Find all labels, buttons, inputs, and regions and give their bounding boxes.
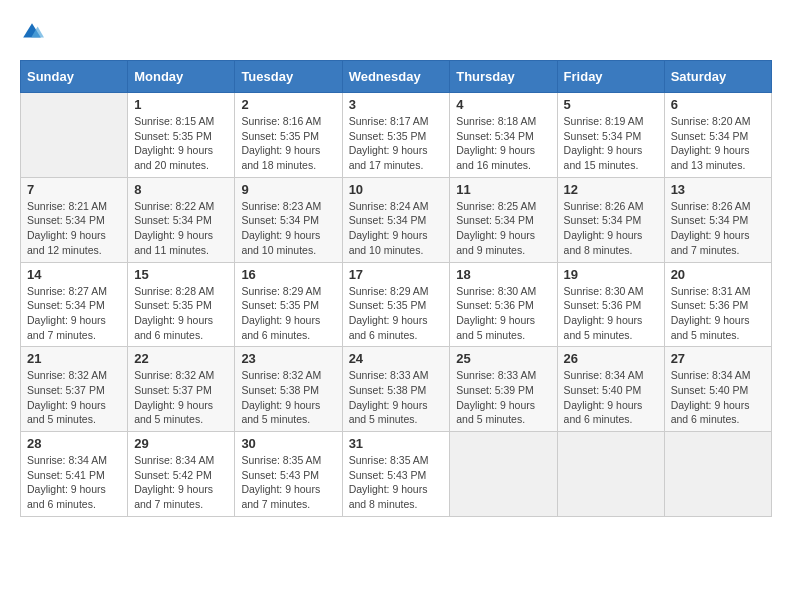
header-thursday: Thursday	[450, 61, 557, 93]
day-info: Sunrise: 8:26 AMSunset: 5:34 PMDaylight:…	[564, 199, 658, 258]
calendar-cell: 9Sunrise: 8:23 AMSunset: 5:34 PMDaylight…	[235, 177, 342, 262]
calendar-cell: 29Sunrise: 8:34 AMSunset: 5:42 PMDayligh…	[128, 432, 235, 517]
day-info: Sunrise: 8:29 AMSunset: 5:35 PMDaylight:…	[241, 284, 335, 343]
day-info: Sunrise: 8:34 AMSunset: 5:40 PMDaylight:…	[671, 368, 765, 427]
calendar-cell: 8Sunrise: 8:22 AMSunset: 5:34 PMDaylight…	[128, 177, 235, 262]
day-number: 9	[241, 182, 335, 197]
calendar-cell: 17Sunrise: 8:29 AMSunset: 5:35 PMDayligh…	[342, 262, 450, 347]
header-wednesday: Wednesday	[342, 61, 450, 93]
calendar-cell: 27Sunrise: 8:34 AMSunset: 5:40 PMDayligh…	[664, 347, 771, 432]
day-info: Sunrise: 8:34 AMSunset: 5:41 PMDaylight:…	[27, 453, 121, 512]
day-number: 25	[456, 351, 550, 366]
calendar-cell: 14Sunrise: 8:27 AMSunset: 5:34 PMDayligh…	[21, 262, 128, 347]
day-number: 22	[134, 351, 228, 366]
day-number: 1	[134, 97, 228, 112]
day-info: Sunrise: 8:20 AMSunset: 5:34 PMDaylight:…	[671, 114, 765, 173]
day-number: 7	[27, 182, 121, 197]
calendar-cell: 11Sunrise: 8:25 AMSunset: 5:34 PMDayligh…	[450, 177, 557, 262]
calendar-cell: 18Sunrise: 8:30 AMSunset: 5:36 PMDayligh…	[450, 262, 557, 347]
day-number: 21	[27, 351, 121, 366]
day-number: 12	[564, 182, 658, 197]
day-number: 20	[671, 267, 765, 282]
calendar-table: SundayMondayTuesdayWednesdayThursdayFrid…	[20, 60, 772, 517]
day-info: Sunrise: 8:30 AMSunset: 5:36 PMDaylight:…	[564, 284, 658, 343]
calendar-cell: 7Sunrise: 8:21 AMSunset: 5:34 PMDaylight…	[21, 177, 128, 262]
calendar-cell: 5Sunrise: 8:19 AMSunset: 5:34 PMDaylight…	[557, 93, 664, 178]
day-number: 5	[564, 97, 658, 112]
day-number: 23	[241, 351, 335, 366]
day-info: Sunrise: 8:32 AMSunset: 5:38 PMDaylight:…	[241, 368, 335, 427]
calendar-cell: 1Sunrise: 8:15 AMSunset: 5:35 PMDaylight…	[128, 93, 235, 178]
calendar-cell: 25Sunrise: 8:33 AMSunset: 5:39 PMDayligh…	[450, 347, 557, 432]
calendar-cell: 26Sunrise: 8:34 AMSunset: 5:40 PMDayligh…	[557, 347, 664, 432]
calendar-cell: 13Sunrise: 8:26 AMSunset: 5:34 PMDayligh…	[664, 177, 771, 262]
day-info: Sunrise: 8:31 AMSunset: 5:36 PMDaylight:…	[671, 284, 765, 343]
day-number: 17	[349, 267, 444, 282]
header-monday: Monday	[128, 61, 235, 93]
calendar-cell: 2Sunrise: 8:16 AMSunset: 5:35 PMDaylight…	[235, 93, 342, 178]
day-info: Sunrise: 8:33 AMSunset: 5:39 PMDaylight:…	[456, 368, 550, 427]
calendar-cell: 23Sunrise: 8:32 AMSunset: 5:38 PMDayligh…	[235, 347, 342, 432]
week-row-4: 28Sunrise: 8:34 AMSunset: 5:41 PMDayligh…	[21, 432, 772, 517]
week-row-3: 21Sunrise: 8:32 AMSunset: 5:37 PMDayligh…	[21, 347, 772, 432]
calendar-cell: 15Sunrise: 8:28 AMSunset: 5:35 PMDayligh…	[128, 262, 235, 347]
day-number: 27	[671, 351, 765, 366]
calendar-cell: 21Sunrise: 8:32 AMSunset: 5:37 PMDayligh…	[21, 347, 128, 432]
calendar-cell: 22Sunrise: 8:32 AMSunset: 5:37 PMDayligh…	[128, 347, 235, 432]
header-sunday: Sunday	[21, 61, 128, 93]
day-number: 18	[456, 267, 550, 282]
calendar-cell: 20Sunrise: 8:31 AMSunset: 5:36 PMDayligh…	[664, 262, 771, 347]
calendar-cell: 24Sunrise: 8:33 AMSunset: 5:38 PMDayligh…	[342, 347, 450, 432]
day-info: Sunrise: 8:26 AMSunset: 5:34 PMDaylight:…	[671, 199, 765, 258]
day-number: 10	[349, 182, 444, 197]
day-info: Sunrise: 8:27 AMSunset: 5:34 PMDaylight:…	[27, 284, 121, 343]
day-info: Sunrise: 8:34 AMSunset: 5:40 PMDaylight:…	[564, 368, 658, 427]
calendar-cell: 19Sunrise: 8:30 AMSunset: 5:36 PMDayligh…	[557, 262, 664, 347]
day-info: Sunrise: 8:19 AMSunset: 5:34 PMDaylight:…	[564, 114, 658, 173]
day-info: Sunrise: 8:30 AMSunset: 5:36 PMDaylight:…	[456, 284, 550, 343]
day-number: 28	[27, 436, 121, 451]
logo-icon	[20, 20, 44, 44]
day-number: 3	[349, 97, 444, 112]
page-header	[20, 20, 772, 44]
calendar-cell: 6Sunrise: 8:20 AMSunset: 5:34 PMDaylight…	[664, 93, 771, 178]
week-row-0: 1Sunrise: 8:15 AMSunset: 5:35 PMDaylight…	[21, 93, 772, 178]
calendar-header-row: SundayMondayTuesdayWednesdayThursdayFrid…	[21, 61, 772, 93]
week-row-2: 14Sunrise: 8:27 AMSunset: 5:34 PMDayligh…	[21, 262, 772, 347]
day-number: 2	[241, 97, 335, 112]
week-row-1: 7Sunrise: 8:21 AMSunset: 5:34 PMDaylight…	[21, 177, 772, 262]
day-number: 30	[241, 436, 335, 451]
calendar-cell: 28Sunrise: 8:34 AMSunset: 5:41 PMDayligh…	[21, 432, 128, 517]
calendar-cell	[21, 93, 128, 178]
calendar-cell: 31Sunrise: 8:35 AMSunset: 5:43 PMDayligh…	[342, 432, 450, 517]
day-info: Sunrise: 8:15 AMSunset: 5:35 PMDaylight:…	[134, 114, 228, 173]
day-info: Sunrise: 8:16 AMSunset: 5:35 PMDaylight:…	[241, 114, 335, 173]
day-info: Sunrise: 8:23 AMSunset: 5:34 PMDaylight:…	[241, 199, 335, 258]
day-number: 19	[564, 267, 658, 282]
header-friday: Friday	[557, 61, 664, 93]
day-number: 24	[349, 351, 444, 366]
day-number: 29	[134, 436, 228, 451]
day-number: 26	[564, 351, 658, 366]
day-info: Sunrise: 8:33 AMSunset: 5:38 PMDaylight:…	[349, 368, 444, 427]
day-number: 11	[456, 182, 550, 197]
day-number: 15	[134, 267, 228, 282]
day-info: Sunrise: 8:22 AMSunset: 5:34 PMDaylight:…	[134, 199, 228, 258]
day-number: 6	[671, 97, 765, 112]
header-tuesday: Tuesday	[235, 61, 342, 93]
day-info: Sunrise: 8:32 AMSunset: 5:37 PMDaylight:…	[134, 368, 228, 427]
day-info: Sunrise: 8:24 AMSunset: 5:34 PMDaylight:…	[349, 199, 444, 258]
calendar-cell: 4Sunrise: 8:18 AMSunset: 5:34 PMDaylight…	[450, 93, 557, 178]
day-number: 16	[241, 267, 335, 282]
day-number: 13	[671, 182, 765, 197]
day-number: 8	[134, 182, 228, 197]
day-info: Sunrise: 8:18 AMSunset: 5:34 PMDaylight:…	[456, 114, 550, 173]
day-info: Sunrise: 8:17 AMSunset: 5:35 PMDaylight:…	[349, 114, 444, 173]
day-info: Sunrise: 8:25 AMSunset: 5:34 PMDaylight:…	[456, 199, 550, 258]
header-saturday: Saturday	[664, 61, 771, 93]
calendar-cell	[557, 432, 664, 517]
calendar-cell: 12Sunrise: 8:26 AMSunset: 5:34 PMDayligh…	[557, 177, 664, 262]
day-number: 31	[349, 436, 444, 451]
day-info: Sunrise: 8:35 AMSunset: 5:43 PMDaylight:…	[349, 453, 444, 512]
day-info: Sunrise: 8:29 AMSunset: 5:35 PMDaylight:…	[349, 284, 444, 343]
